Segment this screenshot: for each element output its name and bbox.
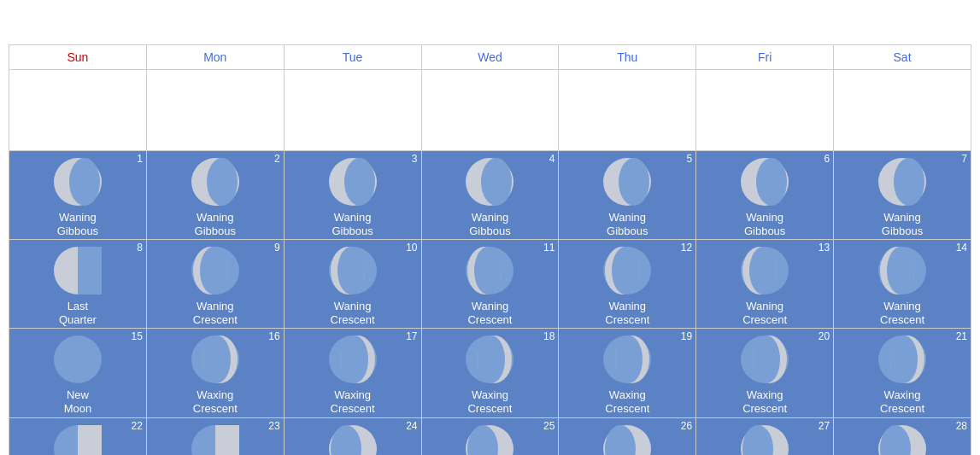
day-number: 26 — [681, 420, 692, 432]
svg-point-13 — [894, 158, 924, 206]
moon-phase-icon — [739, 334, 790, 388]
header-thu: Thu — [559, 45, 696, 70]
moon-phase-icon — [327, 245, 379, 300]
calendar-title — [9, 9, 971, 44]
day-content: WaningCrescent — [700, 242, 830, 326]
day-number: 20 — [819, 330, 830, 342]
day-content: WaningGibbous — [837, 153, 967, 237]
calendar-cell — [284, 70, 421, 151]
moon-phase-icon — [601, 156, 653, 211]
day-number: 17 — [406, 330, 417, 342]
day-content: WaningCrescent — [425, 242, 555, 326]
svg-point-37 — [203, 335, 231, 383]
moon-phase-icon — [190, 334, 241, 388]
calendar-cell: 20 WaxingCrescent — [696, 329, 834, 417]
day-content: WaxingCrescent — [562, 330, 692, 415]
day-content: WaningGibbous — [13, 153, 143, 237]
calendar-cell: 10 WaningCrescent — [284, 240, 421, 329]
header-fri: Fri — [696, 45, 834, 70]
calendar-cell — [834, 70, 971, 151]
day-number: 10 — [406, 242, 417, 254]
moon-phase-label: WaningGibbous — [607, 211, 648, 237]
moon-phase-label: WaningCrescent — [193, 300, 238, 326]
moon-phase-icon — [601, 423, 653, 455]
day-number: 23 — [268, 420, 279, 432]
day-content: WaningGibbous — [700, 153, 830, 237]
day-content: FirstQuarter — [13, 420, 143, 455]
day-number: 3 — [412, 153, 418, 165]
calendar-cell: 21 WaxingCrescent — [834, 329, 971, 417]
header-tue: Tue — [284, 45, 421, 70]
moon-phase-icon — [877, 245, 928, 300]
day-number: 19 — [681, 330, 692, 342]
moon-phase-icon — [327, 156, 379, 211]
calendar-cell: 13 WaningCrescent — [696, 240, 834, 329]
calendar-cell: 1 WaningGibbous — [9, 151, 147, 240]
calendar-cell: 27 WaxingGibbous — [696, 417, 834, 455]
day-number: 27 — [819, 420, 830, 432]
svg-point-3 — [207, 158, 238, 206]
moon-phase-icon — [739, 245, 790, 300]
day-number: 1 — [137, 153, 143, 165]
day-number: 9 — [274, 242, 280, 254]
header-sun: Sun — [9, 45, 147, 70]
moon-phase-icon — [464, 334, 515, 388]
calendar-cell: 17 WaxingCrescent — [284, 329, 421, 417]
calendar-cell: 23 FirstQuarter — [146, 417, 284, 455]
day-content: WaxingGibbous — [288, 420, 418, 455]
moon-phase-label: WaxingCrescent — [331, 388, 375, 415]
day-number: 6 — [824, 153, 830, 165]
moon-phase-icon — [877, 156, 928, 211]
moon-phase-icon — [52, 334, 103, 388]
day-content: WaningGibbous — [562, 153, 692, 237]
calendar-cell: 5 WaningGibbous — [559, 151, 696, 240]
calendar-table: SunMonTueWedThuFriSat 1 WaningGibbous2 W… — [9, 44, 971, 455]
day-content: WaningCrescent — [150, 242, 280, 326]
day-content: WaxingGibbous — [562, 420, 692, 455]
moon-phase-label: WaxingCrescent — [742, 388, 787, 415]
calendar-cell: 25 WaxingGibbous — [421, 417, 559, 455]
day-number: 22 — [131, 420, 142, 432]
svg-point-1 — [69, 158, 100, 206]
day-content: WaxingGibbous — [425, 420, 555, 455]
calendar-cell — [421, 70, 559, 151]
day-number: 5 — [687, 153, 693, 165]
svg-point-5 — [344, 158, 375, 206]
day-number: 14 — [956, 242, 967, 254]
moon-phase-label: NewMoon — [64, 388, 92, 415]
moon-phase-label: WaxingCrescent — [605, 388, 649, 415]
day-number: 4 — [549, 153, 555, 165]
moon-phase-icon — [601, 245, 653, 300]
svg-point-7 — [481, 158, 512, 206]
calendar-cell — [9, 70, 147, 151]
day-content: WaxingCrescent — [288, 330, 418, 415]
svg-point-43 — [478, 335, 505, 383]
header-wed: Wed — [421, 45, 559, 70]
moon-phase-label: WaningGibbous — [882, 211, 923, 237]
calendar-cell — [696, 70, 834, 151]
calendar-cell: 26 WaxingGibbous — [559, 417, 696, 455]
day-number: 7 — [961, 153, 967, 165]
calendar-cell: 18 WaxingCrescent — [421, 329, 559, 417]
calendar-cell: 6 WaningGibbous — [696, 151, 834, 240]
svg-point-27 — [612, 247, 639, 295]
day-content: LastQuarter — [13, 242, 143, 326]
calendar-cell: 19 WaxingCrescent — [559, 329, 696, 417]
moon-phase-icon — [52, 245, 103, 300]
moon-phase-icon — [464, 156, 515, 211]
moon-phase-label: WaxingCrescent — [193, 388, 238, 415]
day-content: NewMoon — [13, 330, 143, 415]
calendar-cell: 4 WaningGibbous — [421, 151, 559, 240]
day-content: WaxingCrescent — [837, 330, 967, 415]
svg-point-24 — [474, 247, 502, 295]
day-content: WaxingCrescent — [150, 330, 280, 415]
calendar-cell: 15 NewMoon — [9, 329, 147, 417]
svg-point-52 — [890, 335, 918, 383]
calendar-cell: 7 WaningGibbous — [834, 151, 971, 240]
calendar-cell: 8 LastQuarter — [9, 240, 147, 329]
moon-phase-label: WaningCrescent — [331, 300, 375, 326]
moon-phase-label: WaningGibbous — [469, 211, 510, 237]
moon-phase-icon — [739, 156, 790, 211]
svg-rect-15 — [78, 247, 102, 295]
svg-point-46 — [615, 335, 643, 383]
